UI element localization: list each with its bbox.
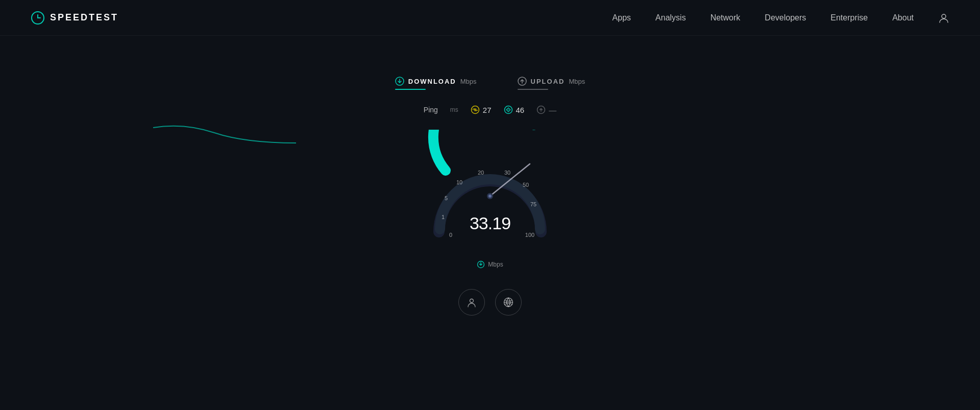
- ping-row: Ping ms 27 46 —: [424, 105, 556, 114]
- svg-point-19: [488, 195, 492, 198]
- ping-unit: ms: [450, 106, 458, 113]
- svg-point-22: [470, 299, 474, 303]
- download-underline: [395, 89, 426, 90]
- upload-stat-icon: [536, 105, 546, 114]
- svg-text:30: 30: [504, 170, 510, 176]
- person-icon: [466, 297, 477, 308]
- upload-stat: —: [536, 105, 556, 114]
- upload-label-text: UPLOAD: [531, 78, 565, 85]
- globe-icon: [503, 297, 514, 308]
- upload-label-group: UPLOAD Mbps: [518, 77, 585, 90]
- svg-text:5: 5: [445, 195, 448, 201]
- download-label-group: DOWNLOAD Mbps: [395, 77, 477, 90]
- logo-text: SPEEDTEST: [50, 12, 118, 23]
- main-nav: Apps Analysis Network Developers Enterpr…: [612, 12, 949, 23]
- speed-mbps-icon: [477, 260, 485, 269]
- ping-icon: [471, 105, 480, 114]
- svg-text:10: 10: [456, 179, 462, 185]
- speed-mbps-row: Mbps: [477, 260, 503, 269]
- nav-analysis[interactable]: Analysis: [655, 13, 686, 22]
- jitter-icon: [504, 105, 513, 114]
- globe-button[interactable]: [495, 289, 522, 316]
- speed-mbps-label: Mbps: [488, 261, 503, 268]
- ping-label: Ping: [424, 106, 438, 114]
- speed-labels: DOWNLOAD Mbps UPLOAD Mbps: [395, 77, 585, 90]
- user-profile-button[interactable]: [458, 289, 485, 316]
- bottom-buttons: [458, 289, 522, 316]
- svg-text:0: 0: [449, 232, 452, 238]
- ping-stat: 27: [471, 105, 492, 114]
- user-icon-button[interactable]: [938, 12, 949, 23]
- nav-apps[interactable]: Apps: [612, 13, 631, 22]
- svg-text:20: 20: [478, 170, 484, 176]
- upload-underline: [518, 89, 548, 90]
- nav-network[interactable]: Network: [710, 13, 741, 22]
- download-label-text: DOWNLOAD: [408, 78, 456, 85]
- nav-about[interactable]: About: [892, 13, 914, 22]
- svg-text:1: 1: [442, 214, 445, 220]
- download-icon: [395, 77, 404, 86]
- svg-text:50: 50: [523, 182, 529, 188]
- upload-icon: [518, 77, 527, 86]
- header: SPEEDTEST Apps Analysis Network Develope…: [0, 0, 980, 36]
- svg-text:33.19: 33.19: [470, 213, 510, 233]
- main-content: DOWNLOAD Mbps UPLOAD Mbps Ping ms: [0, 36, 980, 316]
- svg-text:100: 100: [525, 232, 534, 238]
- upload-unit: Mbps: [569, 78, 585, 85]
- download-unit: Mbps: [460, 78, 477, 85]
- speedometer-svg: 0 1 5 10 20 30 50 75 100: [424, 130, 556, 252]
- svg-text:75: 75: [530, 201, 536, 207]
- logo: SPEEDTEST: [31, 11, 118, 25]
- jitter-value: 46: [516, 106, 525, 114]
- svg-point-1: [942, 14, 946, 18]
- jitter-stat: 46: [504, 105, 525, 114]
- logo-icon: [31, 11, 45, 25]
- speedometer: 0 1 5 10 20 30 50 75 100: [424, 130, 556, 252]
- nav-developers[interactable]: Developers: [765, 13, 806, 22]
- nav-enterprise[interactable]: Enterprise: [830, 13, 868, 22]
- upload-dash: —: [549, 106, 556, 114]
- user-icon: [938, 12, 949, 23]
- ping-value: 27: [483, 106, 492, 114]
